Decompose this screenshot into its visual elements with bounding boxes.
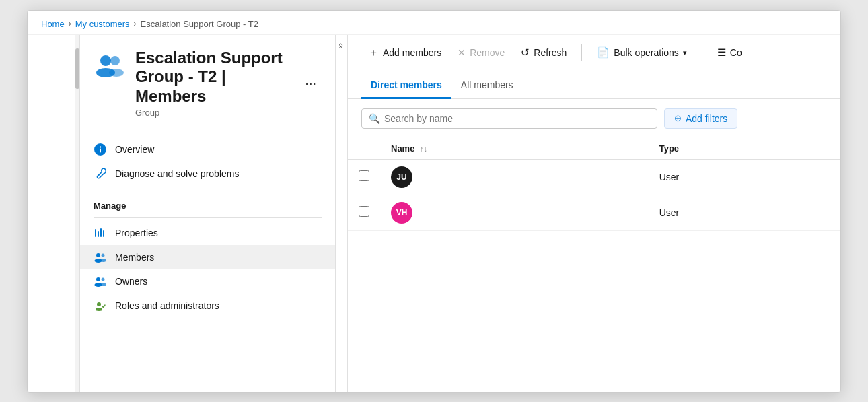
row-1-type: User	[659, 172, 680, 182]
svg-rect-10	[100, 228, 102, 237]
bulk-operations-button[interactable]: 📄 Bulk operations ▾	[590, 42, 694, 63]
svg-point-16	[96, 277, 100, 281]
sidebar-item-owners[interactable]: Owners	[80, 269, 335, 294]
sort-icon: ↑↓	[420, 145, 427, 153]
page-header: Escalation Support Group - T2 | Members …	[80, 35, 335, 129]
sidebar-item-overview[interactable]: Overview	[80, 137, 335, 162]
breadcrumb-my-customers[interactable]: My customers	[75, 19, 130, 29]
manage-section-label: Manage	[80, 194, 335, 215]
table-row: JU User	[348, 159, 840, 195]
refresh-button[interactable]: ↺ Refresh	[514, 42, 573, 63]
svg-rect-9	[98, 231, 99, 237]
scroll-thumb[interactable]	[75, 48, 79, 89]
toolbar: ＋ Add members ✕ Remove ↺ Refresh 📄 Bulk …	[348, 35, 840, 71]
name-column-label: Name	[391, 143, 414, 154]
columns-label: Co	[730, 47, 742, 58]
svg-rect-11	[103, 230, 104, 237]
tab-direct-members[interactable]: Direct members	[361, 71, 451, 99]
add-icon: ＋	[368, 46, 379, 60]
sidebar-item-owners-label: Owners	[115, 276, 147, 287]
bulk-icon: 📄	[597, 46, 610, 59]
left-sidebar	[28, 35, 80, 392]
columns-icon: ☰	[717, 46, 726, 59]
breadcrumb: Home › My customers › Escalation Support…	[28, 11, 840, 35]
row-2-type: User	[659, 207, 680, 218]
members-icon	[94, 250, 107, 264]
members-table: Name ↑↓ Type	[348, 138, 840, 231]
tabs-bar: Direct members All members	[348, 71, 840, 99]
app-window: Home › My customers › Escalation Support…	[27, 10, 841, 393]
sidebar-item-members-label: Members	[115, 252, 154, 263]
more-button[interactable]: ···	[299, 73, 322, 94]
breadcrumb-current: Escalation Support Group - T2	[141, 19, 258, 29]
row-2-name-cell: VH	[380, 195, 649, 230]
group-icon	[94, 48, 126, 81]
search-input[interactable]	[384, 113, 650, 124]
add-members-label: Add members	[383, 47, 441, 58]
remove-button[interactable]: ✕ Remove	[451, 43, 511, 62]
row-1-initials: JU	[396, 172, 406, 182]
svg-rect-8	[95, 229, 96, 237]
add-filters-button[interactable]: ⊕ Add filters	[664, 108, 737, 129]
nav-top-section: Overview Diagnose and solve problems	[80, 129, 335, 194]
svg-point-21	[96, 308, 102, 311]
type-column-label: Type	[659, 143, 679, 154]
add-members-button[interactable]: ＋ Add members	[361, 42, 448, 64]
row-1-avatar: JU	[391, 166, 412, 188]
nav-panel: Escalation Support Group - T2 | Members …	[80, 35, 336, 392]
filter-icon: ⊕	[674, 113, 682, 123]
row-1-checkbox[interactable]	[359, 170, 369, 181]
table-container: Name ↑↓ Type	[348, 138, 840, 392]
row-2-avatar: VH	[391, 202, 412, 224]
search-icon: 🔍	[369, 113, 380, 124]
roles-icon	[94, 299, 107, 312]
page-title: Escalation Support Group - T2 | Members	[135, 48, 283, 106]
select-all-header	[348, 138, 380, 160]
sidebar-item-diagnose[interactable]: Diagnose and solve problems	[80, 162, 335, 186]
bulk-operations-label: Bulk operations	[614, 47, 679, 58]
svg-point-20	[97, 302, 101, 306]
sidebar-item-properties[interactable]: Properties	[80, 221, 335, 245]
svg-point-17	[102, 277, 105, 281]
breadcrumb-sep1: ›	[69, 19, 71, 28]
refresh-label: Refresh	[534, 47, 567, 58]
tab-direct-members-label: Direct members	[371, 79, 442, 90]
content-area: ＋ Add members ✕ Remove ↺ Refresh 📄 Bulk …	[348, 35, 840, 392]
chevron-down-icon: ▾	[683, 48, 687, 57]
remove-icon: ✕	[458, 47, 466, 58]
type-column-header: Type	[649, 138, 840, 160]
sidebar-item-diagnose-label: Diagnose and solve problems	[115, 168, 239, 179]
sidebar-item-roles[interactable]: Roles and administrators	[80, 294, 335, 318]
svg-point-19	[101, 283, 106, 286]
sidebar-item-members[interactable]: Members	[80, 245, 335, 269]
page-subtitle: Group	[135, 108, 283, 118]
row-2-type-cell: User	[649, 195, 840, 230]
breadcrumb-sep2: ›	[134, 19, 137, 28]
svg-point-6	[100, 146, 101, 147]
properties-icon	[94, 226, 107, 240]
info-icon	[94, 143, 107, 156]
breadcrumb-home[interactable]: Home	[41, 19, 65, 29]
name-column-header[interactable]: Name ↑↓	[380, 138, 649, 160]
toolbar-separator-2	[702, 44, 702, 61]
nav-divider	[94, 217, 322, 218]
row-2-checkbox-cell	[348, 195, 380, 230]
row-1-name-cell: JU	[380, 159, 649, 195]
svg-point-12	[96, 253, 100, 257]
tab-all-members-label: All members	[461, 79, 513, 90]
row-2-checkbox[interactable]	[359, 206, 369, 217]
filter-bar: 🔍 ⊕ Add filters	[348, 99, 840, 138]
svg-point-1	[110, 56, 120, 65]
tab-all-members[interactable]: All members	[451, 71, 523, 99]
row-1-checkbox-cell	[348, 159, 380, 195]
table-row: VH User	[348, 195, 840, 230]
add-filters-label: Add filters	[686, 113, 727, 124]
remove-label: Remove	[470, 47, 505, 58]
svg-point-15	[101, 259, 106, 262]
collapse-handle[interactable]: ‹‹	[336, 35, 348, 392]
collapse-icon: ‹‹	[336, 43, 347, 49]
header-text: Escalation Support Group - T2 | Members …	[135, 48, 283, 118]
columns-button[interactable]: ☰ Co	[711, 42, 749, 63]
main-layout: Escalation Support Group - T2 | Members …	[28, 35, 840, 392]
search-box: 🔍	[361, 108, 657, 129]
